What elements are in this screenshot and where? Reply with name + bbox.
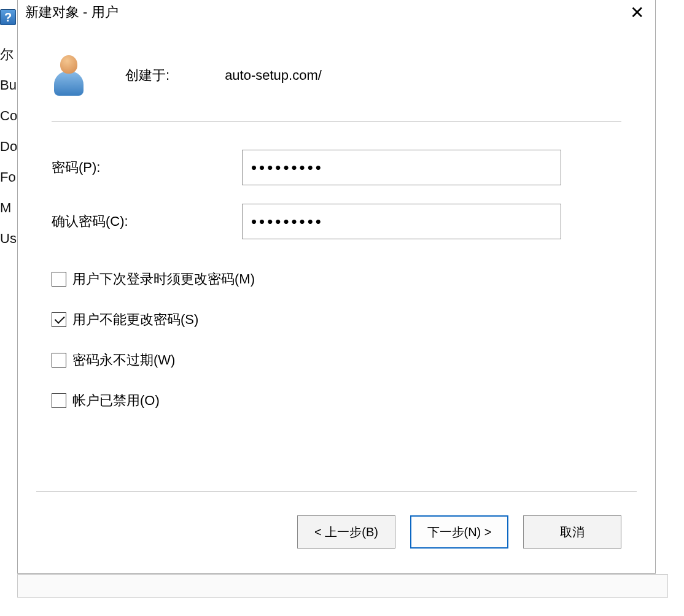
checkbox-must-change-password[interactable]: 用户下次登录时须更改密码(M) [52, 270, 621, 288]
checkbox-cannot-change-password[interactable]: 用户不能更改密码(S) [52, 310, 621, 329]
confirm-password-input[interactable] [242, 204, 561, 239]
titlebar: 新建对象 - 用户 ✕ [18, 0, 655, 29]
help-icon: ? [0, 9, 16, 25]
dialog-title: 新建对象 - 用户 [25, 3, 119, 21]
password-input[interactable] [242, 150, 561, 185]
checkbox-icon [52, 312, 66, 327]
created-in-value: auto-setup.com/ [225, 67, 322, 83]
background-panel [17, 574, 668, 598]
checkbox-icon [52, 353, 66, 368]
user-icon [52, 54, 88, 97]
checkbox-label: 用户下次登录时须更改密码(M) [72, 270, 255, 288]
next-button[interactable]: 下一步(N) > [410, 515, 508, 549]
checkbox-icon [52, 393, 66, 408]
password-label: 密码(P): [52, 158, 242, 177]
back-button[interactable]: < 上一步(B) [297, 515, 395, 549]
checkbox-label: 用户不能更改密码(S) [72, 310, 198, 329]
checkbox-label: 密码永不过期(W) [72, 351, 175, 369]
created-in-label: 创建于: [125, 66, 169, 85]
background-list: 尔 Bu Co Do Fo M Us [0, 40, 18, 255]
cancel-button[interactable]: 取消 [523, 515, 621, 549]
close-button[interactable]: ✕ [624, 2, 649, 22]
footer-divider [36, 491, 637, 492]
checkbox-icon [52, 272, 66, 287]
checkbox-account-disabled[interactable]: 帐户已禁用(O) [52, 391, 621, 410]
new-user-dialog: 新建对象 - 用户 ✕ 创建于: auto-setup.com/ 密码(P): … [17, 0, 656, 574]
divider [52, 121, 621, 122]
confirm-password-label: 确认密码(C): [52, 212, 242, 231]
checkbox-label: 帐户已禁用(O) [72, 391, 160, 410]
checkbox-password-never-expires[interactable]: 密码永不过期(W) [52, 351, 621, 369]
